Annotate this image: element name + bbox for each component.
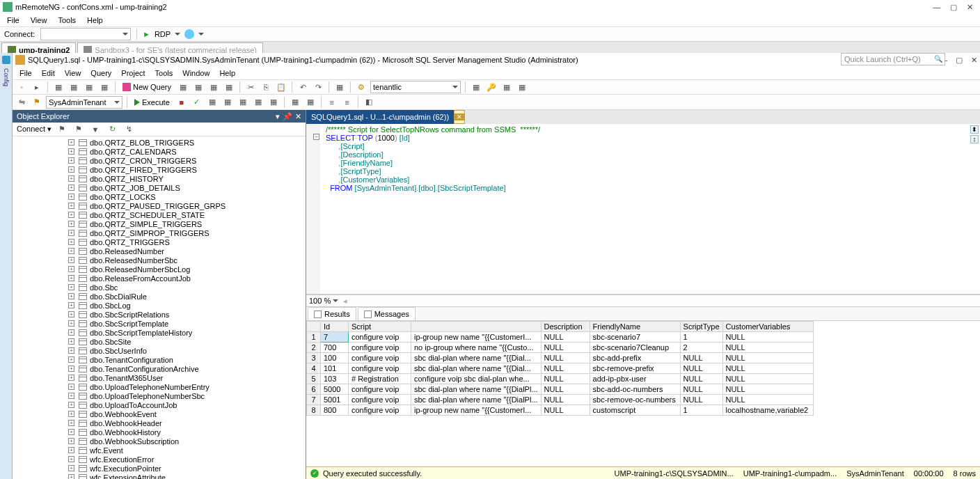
- expand-icon[interactable]: +: [68, 356, 74, 363]
- ssms-menu-view[interactable]: View: [65, 69, 81, 77]
- ssms-maximize[interactable]: ▢: [956, 56, 963, 65]
- tree-item[interactable]: +dbo.SbcLog: [13, 301, 306, 310]
- tree-item[interactable]: +dbo.ReleaseFromAccountJob: [13, 274, 306, 283]
- cell[interactable]: NULL: [541, 374, 590, 384]
- cell[interactable]: NULL: [722, 363, 813, 374]
- tree-item[interactable]: +dbo.QRTZ_CALENDARS: [13, 147, 306, 156]
- expand-icon[interactable]: +: [68, 420, 74, 426]
- results-grid[interactable]: IdScriptDescriptionFriendlyNameScriptTyp…: [306, 321, 980, 466]
- table-row[interactable]: 2700configure voipno ip-group where name…: [307, 343, 814, 353]
- cell[interactable]: sbc-remove-prefix: [590, 363, 680, 374]
- oe-tree[interactable]: +dbo.QRTZ_BLOB_TRIGGERS+dbo.QRTZ_CALENDA…: [13, 136, 306, 479]
- cell[interactable]: 4: [307, 363, 321, 374]
- expand-icon[interactable]: +: [68, 293, 74, 299]
- dock-icon[interactable]: [2, 56, 10, 64]
- cell[interactable]: NULL: [541, 405, 590, 416]
- tree-item[interactable]: +dbo.UploadToAccountJob: [13, 400, 306, 409]
- cell[interactable]: 1: [307, 332, 321, 343]
- tree-item[interactable]: +dbo.ReleasedNumberSbcLog: [13, 265, 306, 274]
- expand-icon[interactable]: +: [68, 239, 74, 245]
- oe-btn[interactable]: ⚑: [72, 123, 85, 136]
- cell[interactable]: NULL: [722, 343, 813, 353]
- play-icon[interactable]: ►: [143, 30, 150, 38]
- expand-icon[interactable]: +: [68, 166, 74, 173]
- expand-icon[interactable]: +: [68, 284, 74, 290]
- cell[interactable]: 3: [307, 353, 321, 363]
- cell[interactable]: 8: [307, 405, 321, 416]
- expand-icon[interactable]: +: [68, 266, 74, 272]
- tree-item[interactable]: +wfc.ExtensionAttribute: [13, 473, 306, 479]
- cell[interactable]: customscript: [590, 405, 680, 416]
- cell[interactable]: NULL: [722, 374, 813, 384]
- tree-item[interactable]: +dbo.WebhookSubscription: [13, 437, 306, 446]
- expand-icon[interactable]: +: [68, 302, 74, 308]
- cell[interactable]: no ip-group where name "{{Custo...: [411, 343, 542, 353]
- cell[interactable]: 100: [321, 353, 349, 363]
- tree-item[interactable]: +dbo.QRTZ_SCHEDULER_STATE: [13, 210, 306, 219]
- oe-dropdown[interactable]: ▾: [276, 112, 280, 121]
- cell[interactable]: 2: [680, 343, 722, 353]
- expand-icon[interactable]: +: [68, 275, 74, 281]
- key-icon[interactable]: 🔑: [485, 81, 498, 93]
- refresh-icon[interactable]: ↻: [106, 123, 118, 136]
- tree-item[interactable]: +dbo.SbcUserInfo: [13, 346, 306, 355]
- cell[interactable]: 103: [321, 374, 349, 384]
- collapse-icon[interactable]: −: [313, 134, 319, 140]
- expand-icon[interactable]: +: [68, 347, 74, 354]
- expand-icon[interactable]: +: [68, 311, 74, 317]
- cell[interactable]: NULL: [541, 395, 590, 405]
- tree-item[interactable]: +dbo.UploadTelephoneNumberEntry: [13, 382, 306, 391]
- ssms-menu-tools[interactable]: Tools: [155, 69, 173, 77]
- tree-item[interactable]: +dbo.TenantConfigurationArchive: [13, 364, 306, 373]
- connect-dropdown[interactable]: [40, 28, 131, 40]
- menu-tools[interactable]: Tools: [58, 16, 76, 24]
- cell[interactable]: # Registration: [349, 374, 411, 384]
- cell[interactable]: 2: [307, 343, 321, 353]
- cell[interactable]: NULL: [541, 363, 590, 374]
- ssms-menu-help[interactable]: Help: [219, 69, 235, 77]
- expand-icon[interactable]: +: [68, 148, 74, 155]
- cell[interactable]: 101: [321, 363, 349, 374]
- tree-item[interactable]: +dbo.TenantM365User: [13, 373, 306, 382]
- cell[interactable]: NULL: [722, 332, 813, 343]
- table-row[interactable]: 65000configure voipsbc dial-plan where n…: [307, 384, 814, 395]
- expand-icon[interactable]: +: [68, 474, 74, 479]
- cell[interactable]: ip-group new name "{{CustomerI...: [411, 332, 542, 343]
- cell[interactable]: configure voip: [349, 332, 411, 343]
- oe-btn[interactable]: ↯: [122, 123, 135, 136]
- col-header[interactable]: [411, 322, 542, 332]
- close-button[interactable]: ✕: [967, 3, 973, 12]
- cell[interactable]: sbc-scenario7Cleanup: [590, 343, 680, 353]
- redo-icon[interactable]: ↷: [312, 81, 324, 93]
- expand-icon[interactable]: +: [68, 384, 74, 390]
- cell[interactable]: configure voip: [349, 353, 411, 363]
- db-dropdown[interactable]: SysAdminTenant: [46, 96, 122, 109]
- tree-item[interactable]: +dbo.QRTZ_CRON_TRIGGERS: [13, 156, 306, 165]
- tree-item[interactable]: +dbo.QRTZ_FIRED_TRIGGERS: [13, 165, 306, 174]
- cell[interactable]: configure voip: [349, 384, 411, 395]
- menu-view[interactable]: View: [31, 16, 47, 24]
- cell[interactable]: 800: [321, 405, 349, 416]
- tree-item[interactable]: +dbo.QRTZ_JOB_DETAILS: [13, 183, 306, 192]
- cell[interactable]: sbc-remove-oc-numbers: [590, 395, 680, 405]
- tree-item[interactable]: +dbo.QRTZ_PAUSED_TRIGGER_GRPS: [13, 201, 306, 210]
- expand-icon[interactable]: +: [68, 411, 74, 417]
- tree-item[interactable]: +dbo.QRTZ_BLOB_TRIGGERS: [13, 138, 306, 147]
- cell[interactable]: NULL: [680, 363, 722, 374]
- split-icon[interactable]: ⬍: [970, 125, 979, 134]
- table-row[interactable]: 17configure voipip-group new name "{{Cus…: [307, 332, 814, 343]
- expand-icon[interactable]: +: [68, 456, 74, 462]
- cell[interactable]: 5001: [321, 395, 349, 405]
- cell[interactable]: NULL: [541, 343, 590, 353]
- ssms-menu-file[interactable]: File: [19, 69, 32, 77]
- undo-icon[interactable]: ↶: [297, 81, 309, 93]
- ssms-menu-query[interactable]: Query: [90, 69, 111, 77]
- expand-icon[interactable]: +: [68, 194, 74, 200]
- cell[interactable]: sbc-scenario7: [590, 332, 680, 343]
- globe-icon[interactable]: [184, 29, 194, 39]
- cell[interactable]: NULL: [541, 353, 590, 363]
- cell[interactable]: 700: [321, 343, 349, 353]
- tree-item[interactable]: +dbo.SbcScriptRelations: [13, 310, 306, 319]
- menu-help[interactable]: Help: [87, 16, 103, 24]
- nav-icon[interactable]: ↕: [970, 135, 979, 143]
